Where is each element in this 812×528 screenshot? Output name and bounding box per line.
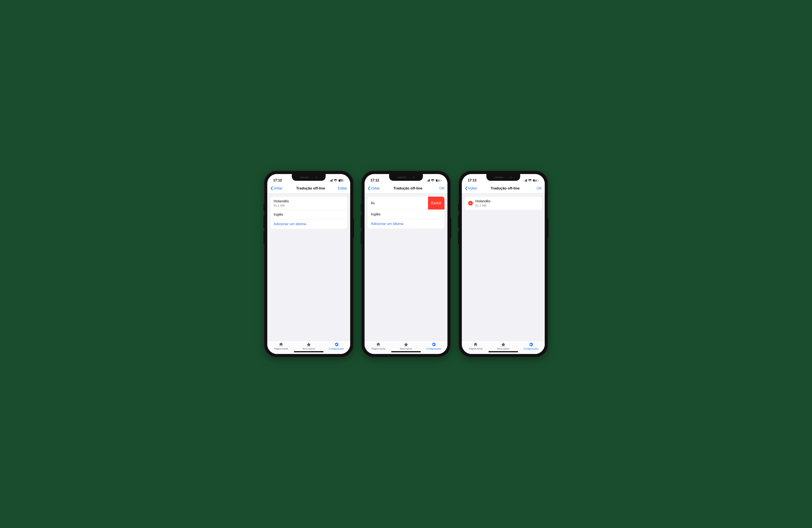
tab-label: Configurações xyxy=(523,347,538,350)
page-title: Tradução off-line xyxy=(285,186,336,191)
svg-rect-2 xyxy=(331,180,331,182)
back-button[interactable]: Voltar xyxy=(367,186,380,191)
svg-text:26: 26 xyxy=(535,179,537,181)
add-language-label: Adicionar um idioma xyxy=(371,222,404,226)
chevron-left-icon xyxy=(465,186,467,191)
delete-button[interactable]: Excluir xyxy=(428,197,445,210)
language-name: Holandês xyxy=(475,199,491,203)
notch xyxy=(389,174,423,181)
svg-rect-3 xyxy=(332,179,332,182)
tab-settings[interactable]: Configurações xyxy=(322,342,350,350)
add-language-button[interactable]: Adicionar um idioma xyxy=(270,220,347,229)
tab-home[interactable]: Página inicial xyxy=(267,342,295,350)
screen: 17:13 26 Voltar Tradução off-line OK xyxy=(462,174,545,354)
tab-home[interactable]: Página inicial xyxy=(462,342,490,350)
nav-bar: Voltar Tradução off-line Editar xyxy=(267,184,350,193)
cellular-icon xyxy=(426,179,430,182)
content-area: Holandês 81,1 MB Inglês Adicionar um idi… xyxy=(267,193,350,341)
phone-frame: 17:13 26 Voltar Tradução off-line OK xyxy=(459,171,548,357)
tab-label: Página inicial xyxy=(274,347,288,350)
tab-home[interactable]: Página inicial xyxy=(365,342,392,350)
svg-rect-11 xyxy=(429,179,430,182)
nav-bar: Voltar Tradução off-line OK xyxy=(462,184,545,193)
tab-label: Itens salvos xyxy=(400,347,412,350)
back-button[interactable]: Voltar xyxy=(270,186,282,191)
tab-label: Configurações xyxy=(426,347,441,350)
phone-frame: 17:12 26 Voltar Tradução off-line OK xyxy=(362,171,450,357)
language-list: ês Excluir Inglês Adicionar um idioma xyxy=(367,197,445,228)
delete-label: Excluir xyxy=(431,201,441,205)
language-list: Holandês 81,1 MB Inglês Adicionar um idi… xyxy=(270,197,347,229)
back-label: Voltar xyxy=(371,186,380,191)
svg-rect-8 xyxy=(426,181,426,182)
screen: 17:12 26 Voltar Tradução off-line Editar xyxy=(267,174,350,354)
language-list: Holandês 81,1 MB xyxy=(465,197,542,210)
svg-rect-0 xyxy=(329,181,329,182)
tab-bar: Página inicial Itens salvos Configuraçõe… xyxy=(462,341,545,350)
svg-rect-19 xyxy=(526,179,527,182)
page-title: Tradução off-line xyxy=(382,186,434,191)
gear-icon xyxy=(528,342,534,347)
status-time: 17:12 xyxy=(371,179,379,182)
chevron-left-icon xyxy=(367,186,370,191)
tab-bar: Página inicial Itens salvos Configuraçõe… xyxy=(365,341,447,350)
language-row-swiped[interactable]: ês Excluir xyxy=(367,197,445,210)
tab-label: Página inicial xyxy=(469,347,482,350)
home-indicator[interactable] xyxy=(489,351,518,352)
battery-icon: 26 xyxy=(338,179,344,182)
language-row[interactable]: Inglês xyxy=(367,210,445,219)
screen: 17:12 26 Voltar Tradução off-line OK xyxy=(365,174,447,354)
gear-icon xyxy=(334,342,339,347)
tab-saved[interactable]: Itens salvos xyxy=(490,342,517,350)
svg-rect-6 xyxy=(344,180,344,181)
battery-icon: 26 xyxy=(533,179,539,182)
remove-minus-button[interactable] xyxy=(468,201,473,206)
cellular-icon xyxy=(329,179,332,182)
add-language-label: Adicionar um idioma xyxy=(274,222,306,226)
home-indicator[interactable] xyxy=(294,351,323,352)
svg-rect-10 xyxy=(428,180,429,182)
svg-rect-16 xyxy=(523,181,524,182)
wifi-icon xyxy=(528,179,532,182)
tab-saved[interactable]: Itens salvos xyxy=(392,342,420,350)
battery-icon: 26 xyxy=(436,179,441,182)
language-name: Inglês xyxy=(371,212,380,216)
add-language-button[interactable]: Adicionar um idioma xyxy=(367,219,445,228)
home-icon xyxy=(473,342,478,347)
language-name: Holandês xyxy=(274,199,289,203)
back-label: Voltar xyxy=(273,186,282,191)
wifi-icon xyxy=(333,179,337,182)
language-row[interactable]: Holandês 81,1 MB xyxy=(270,197,347,210)
phone-frame: 17:12 26 Voltar Tradução off-line Editar xyxy=(264,171,353,357)
notch xyxy=(487,174,520,181)
tab-bar: Página inicial Itens salvos Configuraçõe… xyxy=(267,341,350,350)
edit-button[interactable]: Editar xyxy=(336,186,347,191)
svg-rect-9 xyxy=(427,180,427,182)
back-label: Voltar xyxy=(468,186,477,191)
language-row-edit[interactable]: Holandês 81,1 MB xyxy=(465,197,542,210)
svg-rect-14 xyxy=(441,180,441,181)
tab-label: Página inicial xyxy=(372,347,385,350)
language-name-fragment: ês xyxy=(371,201,375,205)
home-icon xyxy=(376,342,381,347)
language-row[interactable]: Inglês xyxy=(270,210,347,220)
tab-label: Itens salvos xyxy=(303,347,315,350)
status-time: 17:13 xyxy=(468,179,476,182)
svg-rect-18 xyxy=(525,180,526,182)
tab-saved[interactable]: Itens salvos xyxy=(295,342,323,350)
cellular-icon xyxy=(523,179,527,182)
tab-settings[interactable]: Configurações xyxy=(420,342,447,350)
done-button[interactable]: OK xyxy=(434,186,445,191)
svg-rect-17 xyxy=(524,180,525,182)
tab-settings[interactable]: Configurações xyxy=(517,342,545,350)
done-button[interactable]: OK xyxy=(531,186,542,191)
language-name: Inglês xyxy=(274,212,283,217)
star-icon xyxy=(501,342,506,347)
tab-label: Itens salvos xyxy=(497,347,509,350)
home-indicator[interactable] xyxy=(391,351,421,352)
star-icon xyxy=(306,342,311,347)
back-button[interactable]: Voltar xyxy=(465,186,477,191)
home-icon xyxy=(278,342,284,347)
svg-rect-22 xyxy=(538,180,539,181)
wifi-icon xyxy=(431,179,435,182)
